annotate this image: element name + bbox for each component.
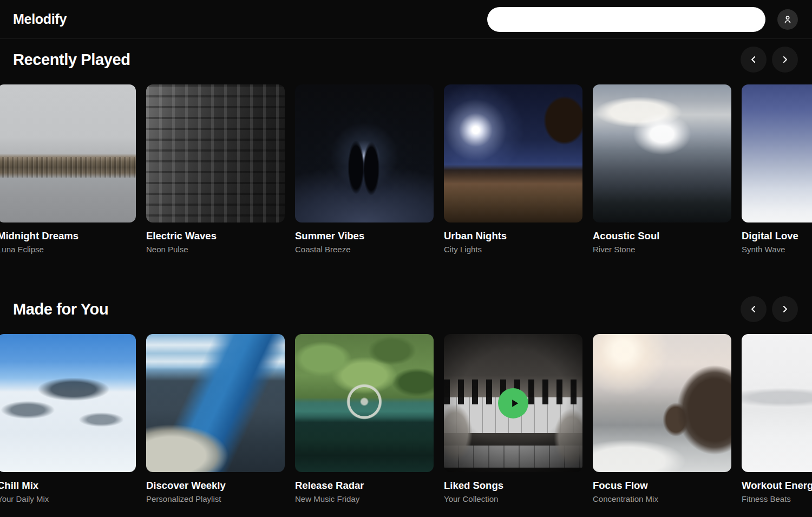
- section-header: Made for You: [0, 296, 812, 322]
- playlist-card[interactable]: Electric Waves Neon Pulse: [146, 84, 285, 254]
- card-artwork: [295, 84, 434, 222]
- user-icon: [782, 14, 793, 25]
- section-header: Recently Played: [0, 47, 812, 73]
- card-subtitle: Neon Pulse: [146, 245, 285, 254]
- card-subtitle: Luna Eclipse: [0, 245, 136, 254]
- card-artwork: [0, 334, 136, 472]
- carousel-prev-button[interactable]: [741, 296, 767, 322]
- profile-button[interactable]: [777, 9, 798, 30]
- chevron-left-icon: [748, 54, 759, 65]
- play-button[interactable]: [498, 388, 528, 418]
- card-subtitle: River Stone: [593, 245, 731, 254]
- card-title: Midnight Dreams: [0, 230, 136, 242]
- playlist-card[interactable]: Workout Energy Fitness Beats: [742, 334, 812, 503]
- app-logo: Melodify: [13, 11, 67, 27]
- card-title: Summer Vibes: [295, 230, 434, 242]
- card-subtitle: Concentration Mix: [593, 494, 731, 503]
- card-title: Liked Songs: [444, 480, 582, 492]
- chevron-right-icon: [780, 54, 790, 65]
- carousel-made-for-you: Chill Mix Your Daily Mix Discover Weekly…: [0, 334, 812, 503]
- chevron-right-icon: [780, 304, 790, 315]
- card-subtitle: Synth Wave: [742, 245, 812, 254]
- card-artwork: [593, 84, 731, 222]
- section-title: Recently Played: [13, 51, 130, 69]
- app-header: Melodify: [0, 0, 812, 39]
- card-subtitle: Coastal Breeze: [295, 245, 434, 254]
- card-artwork: [742, 334, 812, 472]
- card-artwork: [593, 334, 731, 472]
- card-artwork: [146, 334, 285, 472]
- card-title: Urban Nights: [444, 230, 582, 242]
- playlist-card[interactable]: Digital Love Synth Wave: [742, 84, 812, 254]
- carousel-next-button[interactable]: [772, 296, 798, 322]
- carousel-next-button[interactable]: [772, 47, 798, 73]
- section-made-for-you: Made for You Chill Mix Your Daily Mix Di…: [0, 296, 812, 503]
- card-title: Chill Mix: [0, 480, 136, 492]
- card-title: Electric Waves: [146, 230, 285, 242]
- card-subtitle: New Music Friday: [295, 494, 434, 503]
- play-icon: [506, 396, 521, 410]
- section-title: Made for You: [13, 300, 108, 318]
- playlist-card[interactable]: Acoustic Soul River Stone: [593, 84, 731, 254]
- carousel-recently-played: Midnight Dreams Luna Eclipse Electric Wa…: [0, 84, 812, 254]
- carousel-prev-button[interactable]: [741, 47, 767, 73]
- playlist-card[interactable]: Chill Mix Your Daily Mix: [0, 334, 136, 503]
- card-subtitle: Your Collection: [444, 494, 582, 503]
- chevron-left-icon: [748, 304, 759, 315]
- card-subtitle: Your Daily Mix: [0, 494, 136, 503]
- card-title: Focus Flow: [593, 480, 731, 492]
- card-subtitle: Fitness Beats: [742, 494, 812, 503]
- card-artwork: [742, 84, 812, 222]
- playlist-card[interactable]: Urban Nights City Lights: [444, 84, 582, 254]
- card-title: Digital Love: [742, 230, 812, 242]
- card-artwork: [146, 84, 285, 222]
- carousel-nav: [741, 296, 798, 322]
- card-artwork: [0, 84, 136, 222]
- playlist-card[interactable]: Discover Weekly Personalized Playlist: [146, 334, 285, 503]
- playlist-card[interactable]: Midnight Dreams Luna Eclipse: [0, 84, 136, 254]
- playlist-card[interactable]: Focus Flow Concentration Mix: [593, 334, 731, 503]
- playlist-card[interactable]: Release Radar New Music Friday: [295, 334, 434, 503]
- playlist-card[interactable]: Summer Vibes Coastal Breeze: [295, 84, 434, 254]
- carousel-nav: [741, 47, 798, 73]
- playlist-card[interactable]: Liked Songs Your Collection: [444, 334, 582, 503]
- card-title: Workout Energy: [742, 480, 812, 492]
- card-title: Release Radar: [295, 480, 434, 492]
- card-title: Discover Weekly: [146, 480, 285, 492]
- card-artwork: [295, 334, 434, 472]
- card-title: Acoustic Soul: [593, 230, 731, 242]
- section-recently-played: Recently Played Midnight Dreams Luna Ecl…: [0, 47, 812, 254]
- card-subtitle: City Lights: [444, 245, 582, 254]
- card-subtitle: Personalized Playlist: [146, 494, 285, 503]
- card-artwork: [444, 84, 582, 222]
- card-artwork: [444, 334, 582, 472]
- search-input[interactable]: [487, 7, 765, 32]
